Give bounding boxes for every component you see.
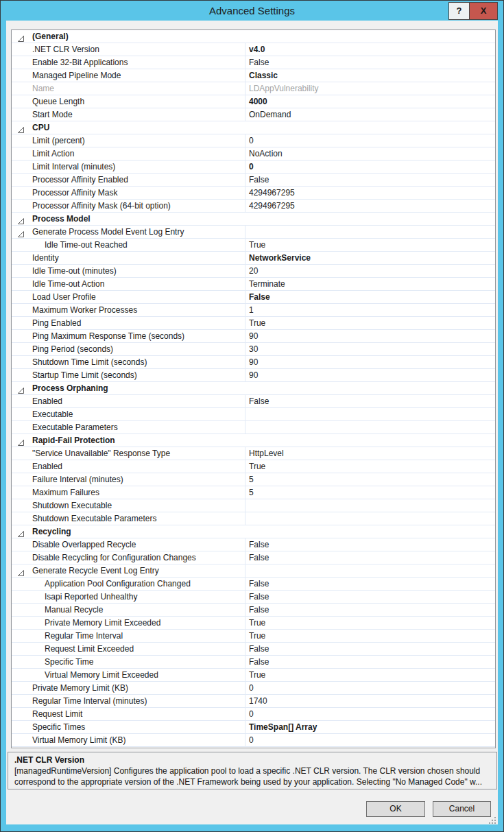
property-value[interactable]: 1740	[245, 695, 495, 707]
grid-row[interactable]: .NET CLR Versionv4.0	[12, 43, 495, 56]
property-value[interactable]: 4000	[245, 95, 495, 108]
property-value[interactable]: True	[245, 460, 495, 473]
property-value[interactable]: OnDemand	[245, 108, 495, 121]
property-value[interactable]	[245, 525, 495, 538]
grid-row[interactable]: Maximum Worker Processes1	[12, 304, 495, 317]
property-value[interactable]	[245, 434, 495, 447]
property-value[interactable]: False	[245, 538, 495, 551]
property-value[interactable]: 1	[245, 304, 495, 316]
grid-row[interactable]: Idle Time-out ActionTerminate	[12, 278, 495, 291]
grid-row[interactable]: Application Pool Configuration ChangedFa…	[12, 578, 495, 591]
grid-row[interactable]: Shutdown Executable Parameters	[12, 512, 495, 525]
property-value[interactable]: 5	[245, 486, 495, 499]
property-value[interactable]	[245, 213, 495, 225]
grid-row[interactable]: Process Orphaning	[12, 382, 495, 395]
grid-row[interactable]: Managed Pipeline ModeClassic	[12, 69, 495, 82]
property-value[interactable]: 90	[245, 330, 495, 342]
grid-row[interactable]: Isapi Reported UnhealthyFalse	[12, 591, 495, 604]
property-value[interactable]: False	[245, 551, 495, 564]
property-value[interactable]: HttpLevel	[245, 447, 495, 460]
grid-row[interactable]: CPU	[12, 121, 495, 134]
grid-row[interactable]: Idle Time-out ReachedTrue	[12, 239, 495, 252]
grid-row[interactable]: Processor Affinity EnabledFalse	[12, 174, 495, 187]
property-value[interactable]: TimeSpan[] Array	[245, 721, 495, 733]
grid-row[interactable]: Executable	[12, 408, 495, 421]
grid-row[interactable]: Manual RecycleFalse	[12, 604, 495, 617]
property-value[interactable]: False	[245, 291, 495, 303]
property-grid[interactable]: (General).NET CLR Versionv4.0Enable 32-B…	[11, 29, 496, 748]
property-value[interactable]	[245, 499, 495, 512]
grid-row[interactable]: Queue Length4000	[12, 95, 495, 108]
property-value[interactable]: False	[245, 656, 495, 668]
property-value[interactable]	[245, 564, 495, 577]
property-value[interactable]: False	[245, 395, 495, 407]
cancel-button[interactable]: Cancel	[433, 801, 491, 817]
property-value[interactable]: False	[245, 643, 495, 655]
property-value[interactable]: NoAction	[245, 147, 495, 160]
property-value[interactable]: 90	[245, 356, 495, 368]
grid-row[interactable]: Regular Time IntervalTrue	[12, 630, 495, 643]
grid-row[interactable]: EnabledTrue	[12, 460, 495, 473]
property-value[interactable]: 4294967295	[245, 187, 495, 199]
property-value[interactable]: NetworkService	[245, 252, 495, 264]
property-value[interactable]	[245, 382, 495, 394]
grid-row[interactable]: Request Limit ExceededFalse	[12, 643, 495, 656]
property-value[interactable]: 30	[245, 343, 495, 355]
grid-row[interactable]: Recycling	[12, 525, 495, 538]
grid-row[interactable]: Maximum Failures5	[12, 486, 495, 499]
property-value[interactable]: v4.0	[245, 43, 495, 56]
grid-row[interactable]: Specific TimesTimeSpan[] Array	[12, 721, 495, 734]
property-value[interactable]: True	[245, 630, 495, 642]
grid-row[interactable]: NameLDAppVulnerability	[12, 82, 495, 95]
grid-row[interactable]: Processor Affinity Mask (64-bit option)4…	[12, 200, 495, 213]
property-value[interactable]	[245, 226, 495, 238]
grid-row[interactable]: Private Memory Limit (KB)0	[12, 682, 495, 695]
close-button[interactable]: X	[470, 2, 498, 20]
property-value[interactable]: False	[245, 578, 495, 590]
grid-row[interactable]: IdentityNetworkService	[12, 252, 495, 265]
grid-row[interactable]: Rapid-Fail Protection	[12, 434, 495, 447]
grid-row[interactable]: Virtual Memory Limit (KB)0	[12, 734, 495, 747]
grid-row[interactable]: Process Model	[12, 213, 495, 226]
property-value[interactable]: 0	[245, 734, 495, 746]
grid-row[interactable]: Private Memory Limit ExceededTrue	[12, 617, 495, 630]
grid-row[interactable]: Idle Time-out (minutes)20	[12, 265, 495, 278]
grid-row[interactable]: Limit Interval (minutes)0	[12, 161, 495, 174]
property-value[interactable]: True	[245, 669, 495, 681]
grid-row[interactable]: Regular Time Interval (minutes)1740	[12, 695, 495, 708]
property-value[interactable]: 4294967295	[245, 200, 495, 212]
property-value[interactable]: 5	[245, 473, 495, 486]
property-value[interactable]: Terminate	[245, 278, 495, 290]
grid-row[interactable]: Request Limit0	[12, 708, 495, 721]
property-value[interactable]: False	[245, 604, 495, 616]
grid-row[interactable]: (General)	[12, 30, 495, 43]
property-value[interactable]: False	[245, 56, 495, 69]
resize-grip-icon[interactable]	[488, 816, 496, 824]
grid-row[interactable]: Shutdown Executable	[12, 499, 495, 512]
property-value[interactable]: 0	[245, 682, 495, 694]
grid-row[interactable]: Disable Recycling for Configuration Chan…	[12, 551, 495, 564]
property-value[interactable]: 90	[245, 369, 495, 381]
grid-row[interactable]: Startup Time Limit (seconds)90	[12, 369, 495, 382]
grid-row[interactable]: Enable 32-Bit ApplicationsFalse	[12, 56, 495, 69]
grid-row[interactable]: Processor Affinity Mask4294967295	[12, 187, 495, 200]
property-value[interactable]: Classic	[245, 69, 495, 82]
property-value[interactable]: True	[245, 239, 495, 251]
grid-row[interactable]: Ping Period (seconds)30	[12, 343, 495, 356]
property-value[interactable]	[245, 512, 495, 525]
grid-row[interactable]: Ping EnabledTrue	[12, 317, 495, 330]
grid-row[interactable]: Load User ProfileFalse	[12, 291, 495, 304]
property-value[interactable]: 0	[245, 134, 495, 147]
grid-row[interactable]: Virtual Memory Limit ExceededTrue	[12, 669, 495, 682]
grid-row[interactable]: Limit ActionNoAction	[12, 147, 495, 161]
grid-row[interactable]: "Service Unavailable" Response TypeHttpL…	[12, 447, 495, 460]
grid-row[interactable]: Generate Process Model Event Log Entry	[12, 226, 495, 239]
property-value[interactable]: False	[245, 591, 495, 603]
property-value[interactable]: False	[245, 174, 495, 186]
property-value[interactable]: True	[245, 617, 495, 629]
grid-row[interactable]: Disable Overlapped RecycleFalse	[12, 538, 495, 551]
property-value[interactable]: 0	[245, 708, 495, 720]
property-value[interactable]: 0	[245, 161, 495, 173]
grid-row[interactable]: Limit (percent)0	[12, 134, 495, 147]
grid-row[interactable]: EnabledFalse	[12, 395, 495, 408]
